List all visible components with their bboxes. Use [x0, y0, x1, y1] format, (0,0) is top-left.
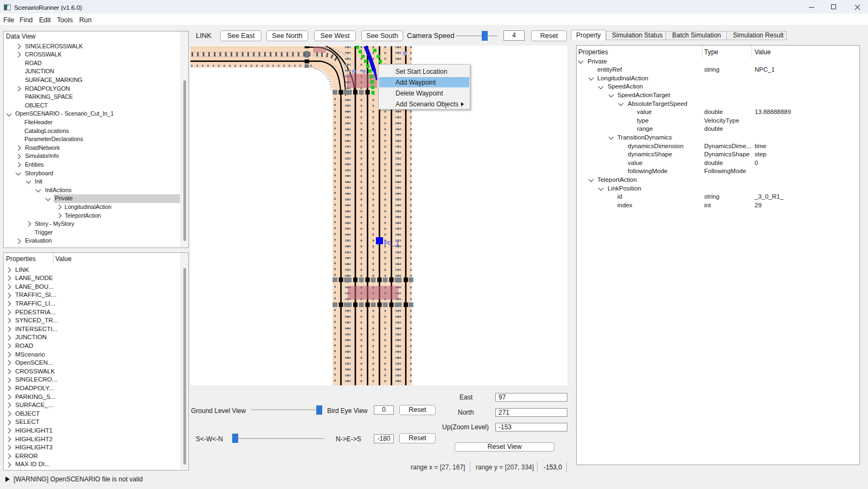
svg-text:PC_1: PC_1	[384, 240, 399, 246]
